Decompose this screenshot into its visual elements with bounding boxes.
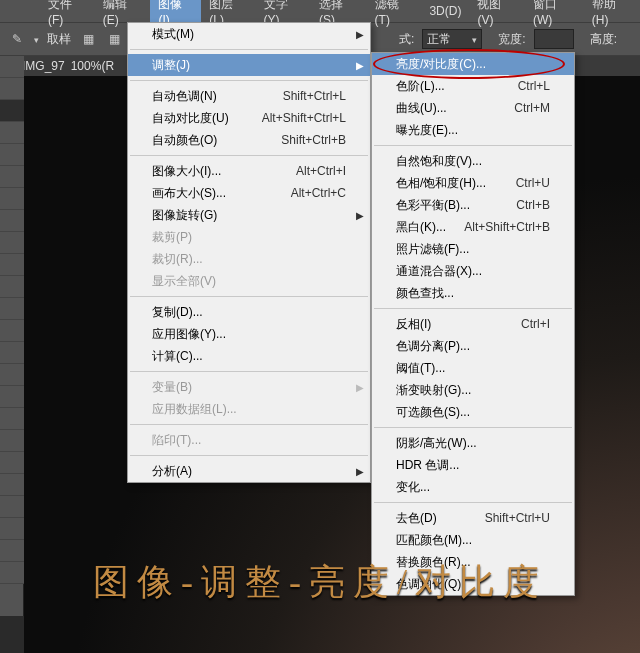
menu-item-label: 显示全部(V) — [152, 273, 346, 290]
tool-slot[interactable] — [0, 56, 24, 78]
tool-slot[interactable] — [0, 320, 24, 342]
tool-slot[interactable] — [0, 364, 24, 386]
tool-slot[interactable] — [0, 232, 24, 254]
menu-item[interactable]: 颜色查找... — [372, 282, 574, 304]
menu-item[interactable]: 亮度/对比度(C)... — [372, 53, 574, 75]
menu-item[interactable]: 自动对比度(U)Alt+Shift+Ctrl+L — [128, 107, 370, 129]
menu-item-label: 可选颜色(S)... — [396, 404, 550, 421]
tool-slot[interactable] — [0, 276, 24, 298]
menu-item[interactable]: 曲线(U)...Ctrl+M — [372, 97, 574, 119]
menu-item[interactable]: 色彩平衡(B)...Ctrl+B — [372, 194, 574, 216]
tool-slot[interactable] — [0, 122, 24, 144]
menu-item[interactable]: 图像大小(I)...Alt+Ctrl+I — [128, 160, 370, 182]
menubar-item[interactable]: 帮助(H) — [584, 0, 640, 30]
tool-slot[interactable] — [0, 496, 24, 518]
menu-item[interactable]: 自动色调(N)Shift+Ctrl+L — [128, 85, 370, 107]
sample-point-icon[interactable]: ▦ — [79, 30, 97, 48]
menu-item[interactable]: 画布大小(S)...Alt+Ctrl+C — [128, 182, 370, 204]
tool-slot[interactable] — [0, 298, 24, 320]
tool-slot[interactable] — [0, 408, 24, 430]
menu-item-label: 色相/饱和度(H)... — [396, 175, 516, 192]
menu-separator — [130, 296, 368, 297]
menu-item-label: 阴影/高光(W)... — [396, 435, 550, 452]
menu-item-label: 计算(C)... — [152, 348, 346, 365]
image-menu-dropdown: 模式(M)▶调整(J)▶自动色调(N)Shift+Ctrl+L自动对比度(U)A… — [127, 22, 371, 483]
menu-item[interactable]: 可选颜色(S)... — [372, 401, 574, 423]
menu-item[interactable]: 应用图像(Y)... — [128, 323, 370, 345]
menu-item[interactable]: 阈值(T)... — [372, 357, 574, 379]
menu-shortcut: Shift+Ctrl+B — [281, 133, 346, 147]
menu-item[interactable]: 计算(C)... — [128, 345, 370, 367]
menu-item[interactable]: 色调分离(P)... — [372, 335, 574, 357]
submenu-arrow-icon: ▶ — [356, 466, 364, 477]
menu-item: 变量(B)▶ — [128, 376, 370, 398]
width-field[interactable] — [534, 29, 574, 49]
tool-palette[interactable] — [0, 56, 24, 616]
menu-item-label: 图像旋转(G) — [152, 207, 346, 224]
tool-slot[interactable] — [0, 342, 24, 364]
menubar-item[interactable]: 3D(D) — [421, 1, 469, 21]
tool-slot[interactable] — [0, 474, 24, 496]
tool-slot[interactable] — [0, 386, 24, 408]
menu-item-label: 去色(D) — [396, 510, 485, 527]
tool-slot[interactable] — [0, 210, 24, 232]
menu-item[interactable]: 反相(I)Ctrl+I — [372, 313, 574, 335]
tool-slot[interactable] — [0, 166, 24, 188]
menu-item-label: 曝光度(E)... — [396, 122, 550, 139]
menubar-item[interactable]: 滤镜(T) — [367, 0, 422, 30]
menu-item[interactable]: HDR 色调... — [372, 454, 574, 476]
tool-slot[interactable] — [0, 452, 24, 474]
menubar-item[interactable]: 视图(V) — [469, 0, 525, 30]
menubar-item[interactable]: 文件(F) — [40, 0, 95, 30]
tool-slot[interactable] — [0, 78, 24, 100]
menu-item-label: 通道混合器(X)... — [396, 263, 550, 280]
menu-item[interactable]: 自然饱和度(V)... — [372, 150, 574, 172]
menu-item: 裁切(R)... — [128, 248, 370, 270]
main-menubar[interactable]: 文件(F)编辑(E)图像(I)图层(L)文字(Y)选择(S)滤镜(T)3D(D)… — [0, 0, 640, 22]
menu-item[interactable]: 色相/饱和度(H)...Ctrl+U — [372, 172, 574, 194]
menu-item[interactable]: 黑白(K)...Alt+Shift+Ctrl+B — [372, 216, 574, 238]
menu-separator — [374, 145, 572, 146]
tool-slot[interactable] — [0, 254, 24, 276]
menu-shortcut: Alt+Shift+Ctrl+L — [262, 111, 346, 125]
menu-item[interactable]: 变化... — [372, 476, 574, 498]
tool-slot[interactable] — [0, 100, 24, 122]
menubar-item[interactable]: 窗口(W) — [525, 0, 584, 30]
menu-item[interactable]: 匹配颜色(M)... — [372, 529, 574, 551]
width-label: 宽度: — [498, 31, 525, 48]
tool-slot[interactable] — [0, 188, 24, 210]
menu-item[interactable]: 曝光度(E)... — [372, 119, 574, 141]
menu-item[interactable]: 复制(D)... — [128, 301, 370, 323]
menu-item[interactable]: 图像旋转(G)▶ — [128, 204, 370, 226]
menu-item-label: 照片滤镜(F)... — [396, 241, 550, 258]
menu-item-label: 亮度/对比度(C)... — [396, 56, 550, 73]
document-tab[interactable]: IMG_97 — [22, 59, 65, 73]
tool-slot[interactable] — [0, 144, 24, 166]
menu-item[interactable]: 通道混合器(X)... — [372, 260, 574, 282]
menu-item-label: 变化... — [396, 479, 550, 496]
height-label: 高度: — [590, 31, 617, 48]
mode-dropdown[interactable]: 正常 — [422, 29, 482, 49]
menu-shortcut: Ctrl+L — [518, 79, 550, 93]
menu-item[interactable]: 色阶(L)...Ctrl+L — [372, 75, 574, 97]
menu-item-label: 自然饱和度(V)... — [396, 153, 550, 170]
menu-shortcut: Ctrl+I — [521, 317, 550, 331]
menu-item[interactable]: 分析(A)▶ — [128, 460, 370, 482]
menu-item-label: 阈值(T)... — [396, 360, 550, 377]
menu-item[interactable]: 阴影/高光(W)... — [372, 432, 574, 454]
menu-item[interactable]: 渐变映射(G)... — [372, 379, 574, 401]
menu-item[interactable]: 模式(M)▶ — [128, 23, 370, 45]
menu-item[interactable]: 自动颜色(O)Shift+Ctrl+B — [128, 129, 370, 151]
menu-item-label: 色阶(L)... — [396, 78, 518, 95]
tool-slot[interactable] — [0, 430, 24, 452]
sample-add-icon[interactable]: ▦ — [105, 30, 123, 48]
menu-item[interactable]: 照片滤镜(F)... — [372, 238, 574, 260]
eyedropper-icon[interactable]: ✎ — [8, 30, 26, 48]
menu-item-label: 黑白(K)... — [396, 219, 464, 236]
menu-separator — [130, 371, 368, 372]
menu-shortcut: Ctrl+B — [516, 198, 550, 212]
menu-item[interactable]: 去色(D)Shift+Ctrl+U — [372, 507, 574, 529]
tool-preset-dropdown[interactable] — [34, 32, 39, 46]
menu-item[interactable]: 调整(J)▶ — [128, 54, 370, 76]
tool-slot[interactable] — [0, 518, 24, 540]
